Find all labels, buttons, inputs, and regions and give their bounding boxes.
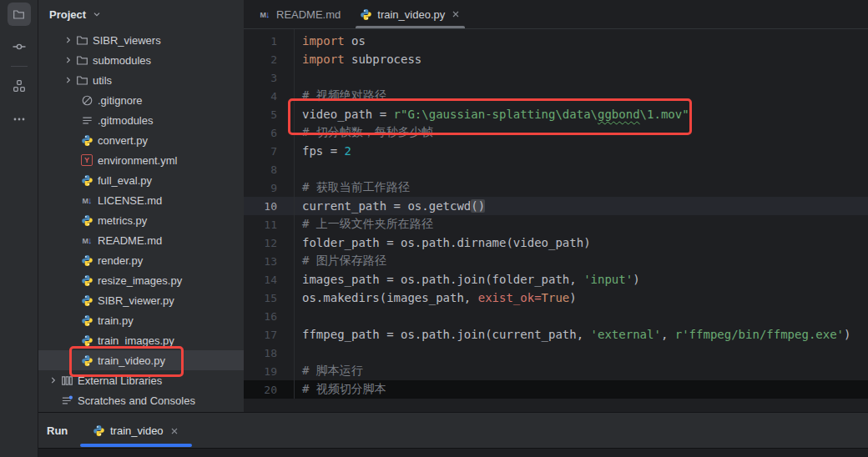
run-tab-train-video[interactable]: train_video [80, 413, 192, 449]
code-editor[interactable]: 1import os2import subprocess34# 视频绝对路径5v… [244, 29, 868, 399]
code-token: # 视频绝对路径 [302, 88, 386, 102]
run-console-partial-row [38, 448, 868, 457]
line-number: 13 [244, 255, 277, 268]
tree-item-submodules[interactable]: submodules [38, 50, 244, 70]
tree-item-label: .gitmodules [98, 114, 153, 127]
tree-item-sibr-viewer-py[interactable]: SIBR_viewer.py [38, 290, 244, 310]
chevron-down-icon [90, 8, 103, 21]
code-line-19[interactable]: 19# 脚本运行 [244, 362, 868, 380]
project-panel-title: Project [49, 8, 86, 21]
libraries-icon [60, 374, 73, 387]
stripe-divider [11, 66, 28, 67]
code-token: ) [633, 273, 639, 286]
tree-item-label: submodules [93, 54, 151, 67]
tree-item-readme-md[interactable]: M↓README.md [38, 230, 244, 250]
tree-item--gitignore[interactable]: .gitignore [38, 90, 244, 110]
code-line-15[interactable]: 15os.makedirs(images_path, exist_ok=True… [244, 289, 868, 307]
python-icon [80, 294, 93, 307]
code-token: True [542, 291, 570, 304]
line-number: 20 [244, 384, 277, 396]
tree-item-metrics-py[interactable]: metrics.py [38, 210, 244, 230]
tree-item-utils[interactable]: utils [38, 70, 244, 90]
code-line-text: current_path = os.getcwd() [277, 199, 485, 213]
tree-item-train-images-py[interactable]: train_images.py [38, 330, 244, 350]
line-number: 5 [244, 108, 277, 121]
code-line-7[interactable]: 7fps = 2 [244, 142, 868, 160]
code-line-2[interactable]: 2import subprocess [244, 50, 868, 68]
tree-item-render-py[interactable]: render.py [38, 250, 244, 270]
close-icon[interactable] [169, 425, 180, 437]
tree-item--gitmodules[interactable]: .gitmodules [38, 110, 244, 130]
code-line-1[interactable]: 1import os [244, 32, 868, 50]
code-token: r"G:\gaussian-splatting\data\ [394, 108, 598, 121]
toolwindow-button-commit[interactable] [8, 35, 31, 58]
code-line-text: # 切分帧数，每秒多少帧 [277, 125, 433, 140]
tree-item-label: convert.py [98, 134, 148, 147]
line-number: 12 [244, 237, 277, 249]
code-line-20[interactable]: 20# 视频切分脚本 [244, 380, 868, 399]
code-line-text: # 脚本运行 [277, 364, 363, 379]
line-number: 17 [244, 329, 277, 341]
tree-item-label: LICENSE.md [98, 194, 162, 207]
markdown-icon: M↓ [80, 193, 93, 207]
code-line-3[interactable]: 3 [244, 68, 868, 87]
code-line-17[interactable]: 17ffmpeg_path = os.path.join(current_pat… [244, 325, 868, 344]
tree-item-resize-images-py[interactable]: resize_images.py [38, 270, 244, 290]
code-line-11[interactable]: 11# 上一级文件夹所在路径 [244, 215, 868, 234]
tree-item-full-eval-py[interactable]: full_eval.py [38, 170, 244, 190]
tree-item-label: Scratches and Consoles [78, 394, 195, 407]
code-line-6[interactable]: 6# 切分帧数，每秒多少帧 [244, 123, 868, 142]
code-line-5[interactable]: 5video_path = r"G:\gaussian-splatting\da… [244, 105, 868, 123]
code-token: exist_ok= [478, 291, 542, 304]
editor-tab-train-video-py[interactable]: train_video.py [350, 0, 471, 28]
code-line-13[interactable]: 13# 图片保存路径 [244, 252, 868, 270]
tree-item-label: metrics.py [98, 214, 147, 227]
editor-tab-readme-md[interactable]: M↓README.md [249, 0, 350, 28]
close-icon[interactable] [450, 8, 462, 20]
code-token: () [471, 199, 485, 213]
code-token: 2 [345, 144, 351, 158]
tree-item-license-md[interactable]: M↓LICENSE.md [38, 190, 244, 210]
code-token: 'input' [583, 273, 633, 286]
code-line-14[interactable]: 14images_path = os.path.join(folder_path… [244, 270, 868, 289]
folder-icon [75, 53, 88, 67]
code-token: 'external' [591, 328, 661, 341]
tree-item-scratches-and-consoles[interactable]: Scratches and Consoles [38, 390, 244, 410]
code-line-4[interactable]: 4# 视频绝对路径 [244, 87, 868, 105]
markdown-icon: M↓ [80, 234, 93, 247]
editor-tab-label: README.md [276, 8, 341, 21]
code-token: # 获取当前工作路径 [302, 180, 410, 193]
code-line-10[interactable]: 10current_path = os.getcwd() [244, 197, 868, 215]
code-line-text: import os [277, 34, 366, 48]
code-token: # 图片保存路径 [302, 254, 386, 267]
line-number: 2 [244, 53, 277, 66]
code-token: images_path = os.path.join(folder_path, [302, 273, 583, 286]
code-line-12[interactable]: 12folder_path = os.path.dirname(video_pa… [244, 234, 868, 252]
project-panel-header[interactable]: Project [38, 0, 244, 28]
tree-item-label: utils [93, 74, 112, 87]
line-number: 15 [244, 292, 277, 304]
python-icon [80, 133, 93, 147]
toolwindow-button-structure[interactable] [8, 74, 31, 98]
code-token: # 上一级文件夹所在路径 [302, 217, 433, 230]
code-line-9[interactable]: 9# 获取当前工作路径 [244, 178, 868, 197]
gitmodules-icon [80, 113, 93, 127]
tree-item-label: External Libraries [78, 374, 162, 387]
code-line-16[interactable]: 16 [244, 307, 868, 325]
code-token: current_path = os.getcwd [302, 199, 471, 213]
tree-item-label: train_images.py [98, 334, 174, 347]
python-icon [80, 254, 93, 267]
tree-item-sibr-viewers[interactable]: SIBR_viewers [38, 30, 244, 50]
toolwindow-button-folder[interactable] [8, 3, 31, 26]
code-token: import [302, 34, 351, 48]
code-line-18[interactable]: 18 [244, 344, 868, 362]
editor-tab-label: train_video.py [377, 8, 445, 21]
toolwindow-button-more[interactable] [8, 108, 31, 131]
tree-item-train-video-py[interactable]: train_video.py [38, 350, 244, 370]
code-line-8[interactable]: 8 [244, 160, 868, 178]
tree-item-convert-py[interactable]: convert.py [38, 130, 244, 150]
tree-item-train-py[interactable]: train.py [38, 310, 244, 330]
tree-item-external-libraries[interactable]: External Libraries [38, 370, 244, 390]
code-token: r'ffmpeg/bin/ffmpeg.exe' [675, 328, 844, 341]
tree-item-environment-yml[interactable]: Yenvironment.yml [38, 150, 244, 170]
